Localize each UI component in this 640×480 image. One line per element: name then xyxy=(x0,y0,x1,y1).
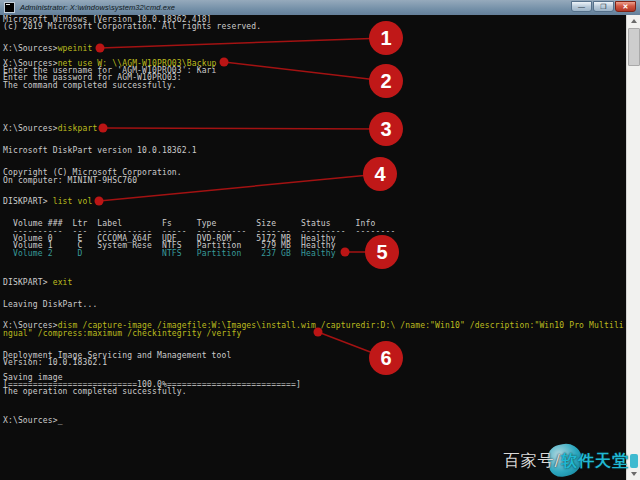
console-line xyxy=(3,31,630,38)
console-line xyxy=(3,38,630,45)
console-line xyxy=(3,308,630,315)
console-line: (c) 2019 Microsoft Corporation. All righ… xyxy=(3,23,630,30)
scrollbar-thumb[interactable] xyxy=(628,28,640,66)
console-line xyxy=(3,155,630,162)
console-line: Leaving DiskPart... xyxy=(3,301,630,308)
console-line xyxy=(3,184,630,191)
console-line: Version: 10.0.18362.1 xyxy=(3,359,630,366)
console-line: Microsoft DiskPart version 10.0.18362.1 xyxy=(3,147,630,154)
console-line: Volume 2 D NTFS Partition 237 GB Healthy xyxy=(3,250,630,257)
cmd-app-icon xyxy=(4,2,15,13)
console-line xyxy=(3,366,630,373)
watermark-prefix: 百家号/ xyxy=(504,451,561,472)
watermark: 百家号/ 软件天堂 xyxy=(504,448,638,474)
console-line: The command completed successfully. xyxy=(3,82,630,89)
console-line xyxy=(3,395,630,402)
console-line: DISKPART> exit xyxy=(3,279,630,286)
console-line xyxy=(3,264,630,271)
close-button[interactable]: ✕ xyxy=(615,1,636,12)
scrollbar[interactable] xyxy=(626,15,640,480)
console-line xyxy=(3,337,630,344)
minimize-button[interactable]: — xyxy=(571,1,592,12)
console-line xyxy=(3,286,630,293)
console-line xyxy=(3,206,630,213)
console-output[interactable]: Microsoft Windows [Version 10.0.18362.41… xyxy=(0,15,630,480)
console-line: The operation completed successfully. xyxy=(3,388,630,395)
console-line: DISKPART> list vol xyxy=(3,198,630,205)
scroll-up-button[interactable] xyxy=(627,15,640,28)
console-line: ngual" /compress:maximum /checkintegrity… xyxy=(3,330,630,337)
console-line xyxy=(3,410,630,417)
console-line: X:\Sources>diskpart xyxy=(3,125,630,132)
restore-button[interactable]: ❐ xyxy=(593,1,614,12)
console-line xyxy=(3,104,630,111)
watermark-brand: 软件天堂 xyxy=(561,451,629,472)
console-line: X:\Sources>_ xyxy=(3,417,630,424)
window-titlebar[interactable]: Administrator: X:\windows\system32\cmd.e… xyxy=(0,0,640,16)
console-line xyxy=(3,133,630,140)
console-line: X:\Sources>wpeinit xyxy=(3,45,630,52)
console-line: On computer: MININT-9HSC760 xyxy=(3,177,630,184)
console-line xyxy=(3,89,630,96)
console-line xyxy=(3,271,630,278)
window-title: Administrator: X:\windows\system32\cmd.e… xyxy=(20,3,175,12)
console-line xyxy=(3,191,630,198)
console-line xyxy=(3,257,630,264)
cmd-window: Administrator: X:\windows\system32\cmd.e… xyxy=(0,0,640,480)
console-line xyxy=(3,96,630,103)
watermark-fragment xyxy=(630,454,638,468)
console-line xyxy=(3,403,630,410)
chevron-up-icon xyxy=(631,19,637,23)
window-controls: — ❐ ✕ xyxy=(571,1,636,12)
console-line xyxy=(3,111,630,118)
